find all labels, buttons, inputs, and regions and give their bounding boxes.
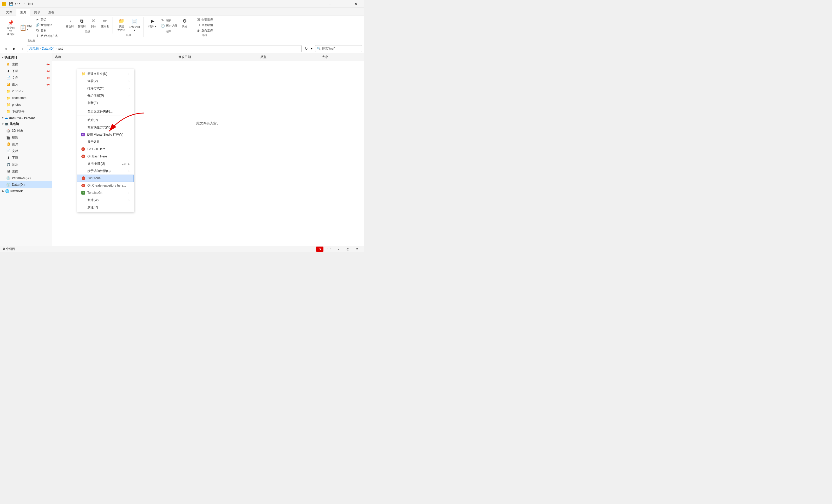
sidebar-section-onedrive[interactable]: ▾ ☁ OneDrive - Persona xyxy=(0,115,52,121)
ctx-properties-label: 属性(R) xyxy=(87,205,129,209)
tab-view[interactable]: 查看 xyxy=(44,9,58,16)
content-area[interactable]: 名称 修改日期 类型 大小 此文件夹为空。 📁 新建文件夹(N) › 查看(V)… xyxy=(52,53,364,252)
breadcrumb-pc[interactable]: 此电脑 xyxy=(29,46,39,51)
col-header-size[interactable]: 大小 xyxy=(321,54,362,60)
maximize-button[interactable]: □ xyxy=(337,0,349,8)
minimize-button[interactable]: ─ xyxy=(324,0,336,8)
back-button[interactable]: ◀ xyxy=(2,45,9,52)
sidebar-item-pictures[interactable]: 🖼 图片 📌 xyxy=(0,81,52,88)
sidebar: ▾ 快速访问 🖥 桌面 📌 ⬇ 下载 📌 📄 文档 📌 🖼 图片 📌 📁 202… xyxy=(0,53,52,252)
breadcrumb[interactable]: 此电脑 › Data (D:) › test xyxy=(27,45,302,52)
rename-button[interactable]: ✏ 重命名 xyxy=(100,17,110,29)
sidebar-item-videos[interactable]: 🎬 视频 xyxy=(0,134,52,141)
col-header-name[interactable]: 名称 xyxy=(54,54,177,60)
ctx-paste-shortcut[interactable]: 粘贴快捷方式(S) xyxy=(77,124,134,131)
ctx-git-bash-icon: G xyxy=(81,154,85,159)
close-button[interactable]: ✕ xyxy=(350,0,362,8)
ctx-tortoisegit[interactable]: T TortoiseGit › xyxy=(77,189,134,196)
tab-share[interactable]: 共享 xyxy=(30,9,44,16)
downloads2-icon: ⬇ xyxy=(6,156,10,160)
new-item-button[interactable]: 📄 轻松访问▼ xyxy=(128,18,141,33)
col-header-type[interactable]: 类型 xyxy=(259,54,321,60)
sidebar-item-pictures2[interactable]: 🖼 图片 xyxy=(0,141,52,147)
ctx-git-clone-icon: G xyxy=(81,176,85,180)
ctx-paste[interactable]: 粘贴(P) xyxy=(77,116,134,124)
ctx-refresh[interactable]: 刷新(E) xyxy=(77,99,134,107)
ctx-tortoisegit-icon: T xyxy=(81,191,85,195)
col-header-modified[interactable]: 修改日期 xyxy=(177,54,259,60)
sidebar-item-3d[interactable]: 🎲 3D 对象 xyxy=(0,127,52,134)
ctx-sort[interactable]: 排序方式(O) › xyxy=(77,85,134,92)
sidebar-section-network[interactable]: ▶ 🌐 Network xyxy=(0,188,52,194)
sidebar-item-desktop2[interactable]: 🖥 桌面 xyxy=(0,168,52,175)
taskbar-icon-menu[interactable]: ≡ xyxy=(354,247,361,252)
ctx-vs-open[interactable]: V 使用 Visual Studio 打开(V) xyxy=(77,131,134,138)
ctx-undo[interactable]: 撤消 删除(U) Ctrl+Z xyxy=(77,160,134,167)
history-button[interactable]: 🕐 历史记录 xyxy=(160,23,178,29)
ctx-new[interactable]: 新建(W) › xyxy=(77,196,134,204)
pin-quick-access-button[interactable]: 📌 固定到快速访问 xyxy=(4,19,17,37)
paste-shortcut-label: 粘贴快捷方式 xyxy=(41,34,58,38)
sidebar-item-photos[interactable]: 📁 photos xyxy=(0,101,52,108)
search-box[interactable]: 🔍 xyxy=(315,45,362,52)
paste-button[interactable]: 📋 粘贴▼ xyxy=(18,23,33,32)
delete-button[interactable]: ✕ 删除 xyxy=(88,17,99,29)
refresh-button[interactable]: ↻ xyxy=(303,45,310,52)
tab-file[interactable]: 文件 xyxy=(2,9,16,16)
copy-to-button[interactable]: ⧉ 复制到 xyxy=(76,17,87,29)
ctx-git-clone[interactable]: G Git Clone... xyxy=(77,175,134,182)
new-folder-button[interactable]: 📁 新建文件夹 xyxy=(116,17,127,33)
properties-button[interactable]: ⚙ 属性 xyxy=(179,17,190,29)
breadcrumb-drive[interactable]: Data (D:) xyxy=(42,47,55,50)
ctx-new-folder[interactable]: 📁 新建文件夹(N) › xyxy=(77,70,134,77)
ctx-view[interactable]: 查看(V) › xyxy=(77,77,134,85)
up-button[interactable]: ↑ xyxy=(19,45,26,52)
select-none-button[interactable]: ☐ 全部取消 xyxy=(195,22,214,28)
move-to-button[interactable]: → 移动到 xyxy=(64,17,75,29)
ctx-properties[interactable]: 属性(R) xyxy=(77,204,134,211)
taskbar-icon-face[interactable]: ☺ xyxy=(344,247,352,252)
sidebar-item-download-software[interactable]: 📁 下载软件 xyxy=(0,108,52,115)
edit-button[interactable]: ✎ 编辑 xyxy=(160,18,178,23)
dropdown-arrow-icon[interactable]: ▾ xyxy=(19,2,21,6)
undo-icon[interactable]: ↩ xyxy=(14,2,19,6)
sidebar-item-desktop[interactable]: 🖥 桌面 📌 xyxy=(0,61,52,67)
sidebar-item-downloads2[interactable]: ⬇ 下载 xyxy=(0,154,52,161)
tab-home[interactable]: 主页 xyxy=(16,9,30,16)
copy-button[interactable]: ⧉ 复制 xyxy=(34,28,59,33)
sidebar-section-quick-access[interactable]: ▾ 快速访问 xyxy=(0,54,52,61)
quick-save-icon[interactable]: 💾 xyxy=(8,2,14,6)
copy-path-button[interactable]: 🔗 复制路径 xyxy=(34,22,59,28)
ctx-display-effect[interactable]: 显示效果 xyxy=(77,138,134,145)
pictures-label: 图片 xyxy=(12,82,18,87)
taskbar-icon-dot[interactable]: · xyxy=(335,247,342,252)
taskbar-icon-zh[interactable]: 中 xyxy=(326,247,333,252)
paste-shortcut-button[interactable]: ⤴ 粘贴快捷方式 xyxy=(34,33,59,38)
ctx-customize[interactable]: 自定义文件夹(F)... xyxy=(77,108,134,115)
sidebar-item-music[interactable]: 🎵 音乐 xyxy=(0,161,52,168)
cut-button[interactable]: ✂ 剪切 xyxy=(34,17,59,22)
ctx-group[interactable]: 分组依据(P) › xyxy=(77,92,134,99)
select-none-label: 全部取消 xyxy=(202,23,213,27)
sidebar-item-documents2[interactable]: 📄 文档 xyxy=(0,147,52,154)
ctx-git-create-repo[interactable]: G Git Create repository here... xyxy=(77,182,134,189)
sidebar-item-code-store[interactable]: 📁 code store xyxy=(0,94,52,101)
invert-select-button[interactable]: ⊘ 反向选择 xyxy=(195,28,214,33)
sidebar-item-downloads[interactable]: ⬇ 下载 📌 xyxy=(0,67,52,74)
forward-button[interactable]: ▶ xyxy=(10,45,18,52)
ctx-grant-access[interactable]: 授予访问权限(G) › xyxy=(77,167,134,175)
ctx-git-bash[interactable]: G Git Bash Here xyxy=(77,153,134,160)
ribbon: 文件 主页 共享 查看 📌 固定到快速访问 📋 粘贴▼ xyxy=(0,8,364,44)
open-button[interactable]: ▶ 打开 ▼ xyxy=(147,17,159,29)
delete-icon: ✕ xyxy=(90,18,97,24)
sidebar-item-2021-12[interactable]: 📁 2021-12 xyxy=(0,88,52,94)
sidebar-section-thispc[interactable]: ▾ 💻 此电脑 xyxy=(0,121,52,127)
ctx-git-gui[interactable]: G Git GUI Here xyxy=(77,145,134,153)
search-input[interactable] xyxy=(322,47,361,50)
taskbar-icon-s[interactable]: S xyxy=(316,247,323,252)
sidebar-item-documents[interactable]: 📄 文档 📌 xyxy=(0,74,52,81)
sidebar-item-c-drive[interactable]: 💿 Windows (C:) xyxy=(0,175,52,181)
select-all-button[interactable]: ☑ 全部选择 xyxy=(195,17,214,22)
ribbon-group-organize: → 移动到 ⧉ 复制到 ✕ 删除 ✏ 重命名 组织 xyxy=(62,17,113,33)
sidebar-item-d-drive[interactable]: 💿 Data (D:) xyxy=(0,181,52,188)
